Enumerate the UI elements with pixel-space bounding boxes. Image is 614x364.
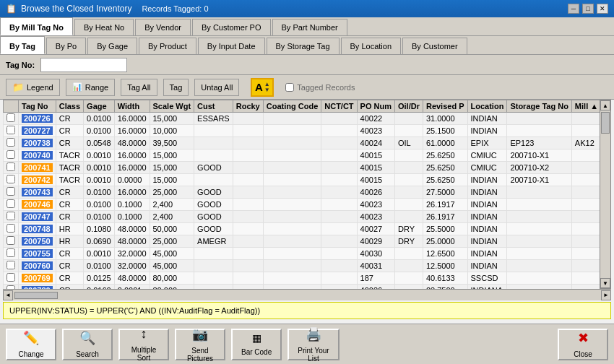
- tag-link[interactable]: 200755: [22, 249, 53, 258]
- h-scroll-thumb[interactable]: [14, 292, 58, 299]
- legend-button[interactable]: 📁 Legend: [6, 79, 60, 96]
- tab-by-gage[interactable]: By Gage: [87, 38, 137, 54]
- row-checkbox[interactable]: [7, 113, 15, 122]
- table-row[interactable]: 200726CR0.010016.000015,000ESSARS4002231…: [4, 113, 600, 125]
- tag-link[interactable]: 200742: [22, 176, 53, 184]
- tag-link[interactable]: 200747: [22, 212, 53, 221]
- scroll-up-arrow[interactable]: ▲: [600, 100, 610, 110]
- col-storage-tag-no[interactable]: Storage Tag No: [507, 100, 571, 113]
- close-button[interactable]: ✖ Close: [558, 329, 608, 360]
- tab-by-po[interactable]: By Po: [46, 38, 86, 54]
- table-row[interactable]: 200748HR0.108048.000050,000GOOD40027DRY2…: [4, 223, 600, 235]
- tag-link[interactable]: 200740: [22, 151, 53, 160]
- tag-link[interactable]: 200750: [22, 237, 53, 246]
- minimize-button[interactable]: ─: [568, 4, 579, 14]
- horizontal-scrollbar[interactable]: ◄ ►: [3, 289, 611, 300]
- print-list-button[interactable]: 🖨️ Print YourList: [287, 329, 339, 360]
- vertical-scrollbar[interactable]: ▲ ▼: [600, 100, 611, 289]
- row-checkbox[interactable]: [7, 162, 15, 171]
- row-checkbox[interactable]: [7, 175, 15, 183]
- table-row[interactable]: 200742TACR0.00100.000015,0004001525.6250…: [4, 174, 600, 186]
- col-tag-no[interactable]: Tag No: [19, 100, 56, 113]
- table-row[interactable]: 200746CR0.01000.10002,400GOOD4002326.191…: [4, 199, 600, 211]
- tag-link[interactable]: 200741: [22, 163, 53, 172]
- tab-by-mill-tag-no[interactable]: By Mill Tag No: [0, 17, 73, 35]
- tab-by-part-number[interactable]: By Part Number: [272, 19, 347, 35]
- col-location[interactable]: Location: [467, 100, 507, 113]
- tag-link[interactable]: 200748: [22, 225, 53, 233]
- col-revised-p[interactable]: Revised P: [423, 100, 467, 113]
- tab-by-location[interactable]: By Location: [341, 38, 401, 54]
- scroll-left-arrow[interactable]: ◄: [3, 290, 13, 300]
- col-po-num[interactable]: PO Num: [357, 100, 394, 113]
- send-pictures-button[interactable]: 📷 SendPictures: [175, 329, 225, 360]
- spinner-down[interactable]: ▼: [264, 87, 270, 93]
- table-row[interactable]: 200743CR0.010016.000025,000GOOD4002627.5…: [4, 186, 600, 199]
- col-gage[interactable]: Gage: [84, 100, 115, 113]
- tag-link[interactable]: 200746: [22, 200, 53, 209]
- tag-no-cell[interactable]: 200760: [19, 260, 56, 272]
- table-row[interactable]: 200769CR0.012548.000080,00018740.6133SSC…: [4, 272, 600, 285]
- tag-no-cell[interactable]: 200769: [19, 272, 56, 285]
- tag-no-cell[interactable]: 200747: [19, 211, 56, 223]
- tag-link[interactable]: 200727: [22, 126, 53, 135]
- col-oildr[interactable]: Oil/Dr: [394, 100, 423, 113]
- table-row[interactable]: 200727CR0.010016.000010,0004002325.1500I…: [4, 125, 600, 137]
- row-checkbox[interactable]: [7, 138, 15, 147]
- col-cust[interactable]: Cust: [194, 100, 233, 113]
- tagged-records-checkbox[interactable]: [285, 83, 294, 92]
- row-checkbox[interactable]: [7, 150, 15, 159]
- tab-by-customer[interactable]: By Customer: [402, 38, 467, 54]
- tag-no-cell[interactable]: 200743: [19, 186, 56, 199]
- tag-no-cell[interactable]: 200755: [19, 248, 56, 260]
- tab-by-vendor[interactable]: By Vendor: [135, 19, 191, 35]
- tag-all-button[interactable]: Tag All: [121, 79, 157, 96]
- col-width[interactable]: Width: [114, 100, 150, 113]
- tag-link[interactable]: 200743: [22, 188, 53, 196]
- search-button[interactable]: 🔍 Search: [62, 329, 113, 360]
- table-row[interactable]: 200740TACR0.001016.000015,0004001525.625…: [4, 150, 600, 162]
- row-checkbox[interactable]: [7, 187, 15, 196]
- tag-no-input[interactable]: [40, 58, 127, 72]
- tab-by-customer-po[interactable]: By Customer PO: [192, 19, 271, 35]
- row-checkbox[interactable]: [7, 285, 15, 289]
- tab-by-heat-no[interactable]: By Heat No: [74, 19, 134, 35]
- multiple-sort-button[interactable]: ↕️ MultipleSort: [118, 329, 169, 360]
- col-nctct[interactable]: NCT/CT: [321, 100, 357, 113]
- bar-code-button[interactable]: ▦ Bar Code: [231, 329, 282, 360]
- table-row[interactable]: 200750HR0.069048.000025,000AMEGR40029DRY…: [4, 235, 600, 248]
- col-scale-wgt[interactable]: Scale Wgt: [150, 100, 194, 113]
- tag-no-cell[interactable]: 200748: [19, 223, 56, 235]
- range-button[interactable]: 📊 Range: [66, 79, 115, 96]
- scroll-thumb[interactable]: [601, 112, 610, 134]
- tag-no-cell[interactable]: 200742: [19, 174, 56, 186]
- scroll-right-arrow[interactable]: ►: [601, 290, 611, 300]
- row-checkbox[interactable]: [7, 236, 15, 245]
- row-checkbox[interactable]: [7, 273, 15, 282]
- table-row[interactable]: 200747CR0.01000.10002,400GOOD4002326.191…: [4, 211, 600, 223]
- tab-by-product[interactable]: By Product: [139, 38, 196, 54]
- tab-by-input-date[interactable]: By Input Date: [198, 38, 265, 54]
- table-row[interactable]: 200741TACR0.001016.000015,000GOOD4001525…: [4, 162, 600, 174]
- tag-no-cell[interactable]: 200780: [19, 285, 56, 290]
- table-row[interactable]: 200755CR0.001032.000045,0004003012.6500I…: [4, 248, 600, 260]
- row-checkbox[interactable]: [7, 261, 15, 269]
- untag-all-button[interactable]: Untag All: [194, 79, 239, 96]
- tag-no-cell[interactable]: 200746: [19, 199, 56, 211]
- a-spinner[interactable]: A ▲ ▼: [251, 78, 274, 97]
- table-row[interactable]: 200738CR0.054848.000039,50040024OIL61.00…: [4, 137, 600, 150]
- table-row[interactable]: 200760CR0.010032.000045,0004003112.5000I…: [4, 260, 600, 272]
- tag-button[interactable]: Tag: [163, 79, 189, 96]
- row-checkbox[interactable]: [7, 224, 15, 233]
- tag-link[interactable]: 200780: [22, 286, 53, 289]
- row-checkbox[interactable]: [7, 126, 15, 134]
- maximize-button[interactable]: □: [582, 4, 594, 14]
- change-button[interactable]: ✏️ Change: [6, 329, 56, 360]
- tab-by-tag[interactable]: By Tag: [0, 36, 45, 54]
- row-checkbox[interactable]: [7, 199, 15, 208]
- col-class[interactable]: Class: [56, 100, 83, 113]
- tag-link[interactable]: 200726: [22, 114, 53, 123]
- tag-no-cell[interactable]: 200750: [19, 235, 56, 248]
- tag-no-cell[interactable]: 200738: [19, 137, 56, 150]
- table-scroll-area[interactable]: Tag No Class Gage Width Scale Wgt Cust R…: [3, 100, 600, 289]
